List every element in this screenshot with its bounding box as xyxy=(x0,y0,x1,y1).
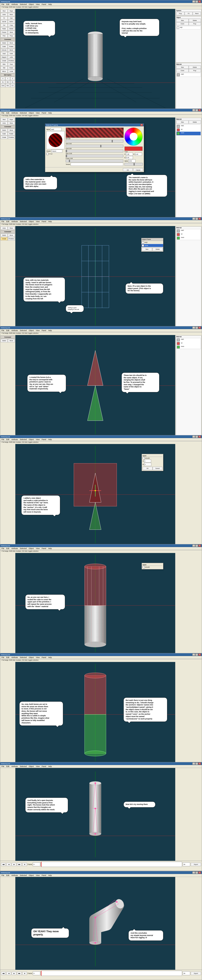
cmd-move[interactable]: Move xyxy=(8,129,15,132)
menu-edit[interactable]: Edit xyxy=(6,329,10,331)
menu-view[interactable]: View xyxy=(36,656,40,659)
menu-edit[interactable]: Edit xyxy=(6,439,10,441)
obj-vis-check[interactable] xyxy=(177,27,179,29)
obj-item-1[interactable]: obj1 xyxy=(180,27,183,29)
menu-view[interactable]: View xyxy=(36,329,40,331)
tl-next[interactable]: ▶▶ xyxy=(17,863,22,866)
mat-item-3[interactable]: down xyxy=(181,132,184,135)
menu-object[interactable]: Object xyxy=(29,3,34,5)
color-b[interactable] xyxy=(126,156,133,159)
menu-attribute[interactable]: Attribute xyxy=(11,765,18,767)
cmd-rotate[interactable]: Rotate xyxy=(8,45,15,48)
minimize-button[interactable]: _ xyxy=(192,436,195,438)
n-input[interactable] xyxy=(144,460,151,463)
menu-file[interactable]: File xyxy=(2,547,4,549)
mat-del[interactable]: Delete xyxy=(189,65,201,69)
tl-first[interactable]: ◀◀ xyxy=(1,863,6,866)
tl-play[interactable]: ▶ xyxy=(12,972,16,975)
tl-play[interactable]: ▶ xyxy=(12,863,16,866)
menu-view[interactable]: View xyxy=(36,439,40,441)
slider-amb[interactable] xyxy=(66,145,123,148)
menu-panel[interactable]: Panel xyxy=(41,547,46,549)
objpanel-item-1[interactable]: obj1 xyxy=(145,242,148,243)
slider-emit[interactable] xyxy=(66,150,123,153)
cmd-mat[interactable]: Mat xyxy=(1,66,8,70)
viewport[interactable]: Material PropertyX Name Shader V Col Dif… xyxy=(15,118,175,218)
mat-prop[interactable]: Prop xyxy=(189,69,201,72)
opt-sc[interactable]: Sc xyxy=(1,80,5,84)
mat-alpha-input[interactable] xyxy=(129,159,135,162)
m-input[interactable] xyxy=(144,463,151,466)
tool-delete[interactable]: Delete xyxy=(8,27,15,30)
tl-export[interactable]: Export xyxy=(191,863,201,866)
tool-cam[interactable]: Cam xyxy=(8,16,15,20)
color-g[interactable] xyxy=(135,153,142,156)
close-button[interactable]: X xyxy=(198,654,201,656)
cmd-create[interactable]: Create xyxy=(1,59,8,62)
menu-help[interactable]: Help xyxy=(48,329,52,331)
menu-view[interactable]: View xyxy=(36,3,40,5)
mat-ok-button[interactable]: OK xyxy=(123,168,133,171)
color-swatch-current[interactable] xyxy=(124,146,143,151)
close-button[interactable]: X xyxy=(198,218,201,220)
mat-item[interactable]: up xyxy=(181,342,183,345)
cmd-lathe[interactable]: Lathe xyxy=(8,56,15,59)
menu-view[interactable]: View xyxy=(36,765,40,767)
menu-file[interactable]: File xyxy=(2,329,4,331)
opt-grid[interactable]: Grid xyxy=(1,84,5,87)
tool-freeze[interactable]: Freeze xyxy=(1,30,8,34)
menu-attribute[interactable]: Attribute xyxy=(11,112,18,114)
menu-help[interactable]: Help xyxy=(48,221,52,223)
menu-selected[interactable]: Selected xyxy=(20,221,27,223)
menu-object[interactable]: Object xyxy=(29,221,34,223)
menu-object[interactable]: Object xyxy=(29,547,34,549)
obj-del[interactable]: Delete xyxy=(189,19,201,22)
tool-selall[interactable]: Sel All xyxy=(1,20,8,23)
menu-help[interactable]: Help xyxy=(48,112,52,114)
menu-edit[interactable]: Edit xyxy=(6,765,10,767)
menu-attribute[interactable]: Attribute xyxy=(11,329,18,331)
maximize-button[interactable]: □ xyxy=(195,762,198,765)
menu-object[interactable]: Object xyxy=(29,874,34,877)
tl-prev[interactable]: ◀ xyxy=(6,972,11,975)
menu-edit[interactable]: Edit xyxy=(6,547,10,549)
maximize-button[interactable]: □ xyxy=(195,436,198,438)
close-button[interactable]: X xyxy=(198,872,201,874)
tl-frame-input[interactable] xyxy=(33,971,40,975)
close-button[interactable]: X xyxy=(198,0,201,3)
mat-item-1[interactable]: mat1 xyxy=(181,125,184,128)
mat-name-input[interactable] xyxy=(51,128,62,131)
menu-panel[interactable]: Panel xyxy=(41,112,46,114)
menu-file[interactable]: File xyxy=(2,439,4,441)
cmd-create[interactable]: Create xyxy=(1,237,8,240)
tl-frame-input[interactable] xyxy=(33,862,40,866)
menu-edit[interactable]: Edit xyxy=(6,3,10,5)
sys-f3[interactable]: F3 xyxy=(185,12,193,15)
cmd-move[interactable]: Move xyxy=(8,339,15,342)
cmd-move[interactable]: Move xyxy=(8,41,15,45)
viewport[interactable]: Object Panel obj1 bone NewDelete Now, wi… xyxy=(15,226,175,327)
menu-attribute[interactable]: Attribute xyxy=(11,874,18,877)
menu-panel[interactable]: Panel xyxy=(41,221,46,223)
menu-selected[interactable]: Selected xyxy=(20,329,27,331)
sys-prsp[interactable]: Prsp xyxy=(177,12,185,15)
objpanel-item-2[interactable]: bone xyxy=(145,245,148,247)
tl-stop[interactable]: ■ xyxy=(22,863,27,866)
menu-edit[interactable]: Edit xyxy=(6,874,10,877)
tool-cut[interactable]: Cut xyxy=(1,24,8,27)
menu-selected[interactable]: Selected xyxy=(20,656,27,659)
tool-prev[interactable]: Prev xyxy=(1,34,8,38)
cmd-primitive[interactable]: Primitive xyxy=(8,136,15,139)
tool-redo[interactable]: Redo xyxy=(8,226,15,230)
cmd-select[interactable]: Select xyxy=(1,129,8,132)
viewport[interactable]: OH YEAH!! They moveproperly. And this co… xyxy=(15,877,175,970)
menu-help[interactable]: Help xyxy=(48,874,52,877)
close-button[interactable]: X xyxy=(198,544,201,547)
tool-rect[interactable]: Rect xyxy=(1,9,8,13)
tool-prop[interactable]: Prop xyxy=(8,34,15,38)
menu-attribute[interactable]: Attribute xyxy=(11,547,18,549)
opt-sn[interactable]: Sn xyxy=(10,80,15,84)
menu-selected[interactable]: Selected xyxy=(20,439,27,441)
obj-prop[interactable]: Prop xyxy=(189,22,201,25)
menu-panel[interactable]: Panel xyxy=(41,874,46,877)
